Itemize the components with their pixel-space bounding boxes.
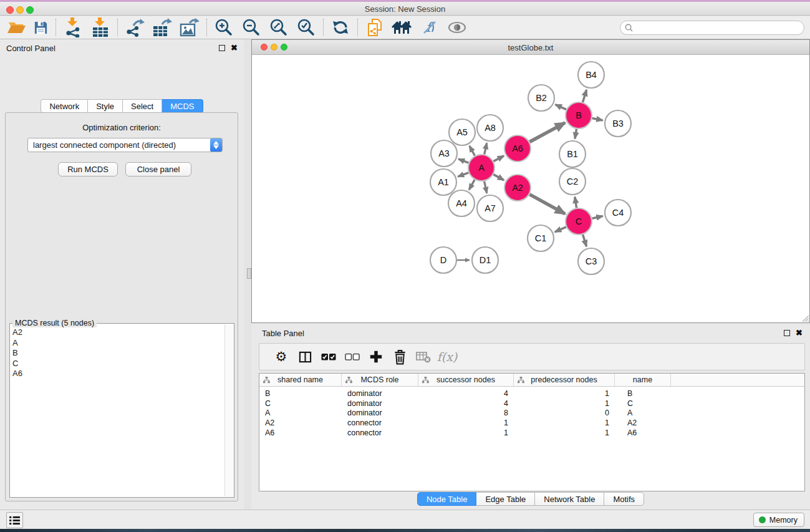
import-table-button[interactable] <box>87 17 114 38</box>
tab-edge-table[interactable]: Edge Table <box>476 492 535 506</box>
graph-node-A1[interactable]: A1 <box>430 169 456 195</box>
graph-node-C4[interactable]: C4 <box>605 200 631 226</box>
close-panel-icon[interactable]: ✖ <box>231 45 238 51</box>
graph-edge-A-A7[interactable] <box>485 181 487 193</box>
delete-column-button[interactable] <box>388 346 412 368</box>
add-column-button[interactable] <box>364 346 388 368</box>
graph-node-A[interactable]: A <box>468 155 494 181</box>
close-table-panel-icon[interactable]: ✖ <box>796 330 803 336</box>
column-header-mcds-role[interactable]: MCDS role <box>342 374 418 386</box>
mcds-result-item[interactable]: A <box>10 338 224 349</box>
export-table-button[interactable] <box>148 17 176 38</box>
graph-node-D1[interactable]: D1 <box>472 247 498 273</box>
graph-edge-A-A3[interactable] <box>458 159 468 163</box>
tab-select[interactable]: Select <box>123 99 162 113</box>
graph-edge-A-A1[interactable] <box>458 173 468 177</box>
function-builder-button[interactable]: f(x) <box>435 346 459 368</box>
column-header-shared-name[interactable]: shared name <box>259 374 342 386</box>
graph-edge-B-B1[interactable] <box>575 129 577 139</box>
zoom-selected-button[interactable] <box>292 17 320 38</box>
table-row[interactable]: Bdominator41B <box>259 389 804 399</box>
graph-node-B1[interactable]: B1 <box>559 141 586 167</box>
graph-node-C2[interactable]: C2 <box>559 168 586 195</box>
task-history-button[interactable] <box>6 512 23 528</box>
vertical-splitter-handle[interactable] <box>247 268 251 279</box>
graph-node-A4[interactable]: A4 <box>448 190 475 216</box>
float-table-panel-icon[interactable] <box>784 330 790 336</box>
table-row[interactable]: A2connector11A2 <box>259 418 804 428</box>
home-view-button[interactable] <box>388 17 416 38</box>
graph-edge-B-B4[interactable] <box>583 90 587 102</box>
select-all-button[interactable] <box>317 346 340 368</box>
graph-node-B3[interactable]: B3 <box>605 110 631 137</box>
close-panel-button[interactable]: Close panel <box>125 162 191 177</box>
run-mcds-button[interactable]: Run MCDS <box>58 162 118 177</box>
graph-edge-B-B3[interactable] <box>592 118 603 120</box>
export-image-button[interactable] <box>176 17 203 38</box>
refresh-layout-button[interactable] <box>327 17 354 38</box>
graph-node-A6[interactable]: A6 <box>504 135 531 162</box>
zoom-in-button[interactable] <box>210 17 238 38</box>
graph-edge-A-A6[interactable] <box>493 156 504 162</box>
graph-node-A5[interactable]: A5 <box>449 119 475 145</box>
column-header-predecessor-nodes[interactable]: predecessor nodes <box>514 374 615 386</box>
export-network-button[interactable] <box>121 17 148 38</box>
table-row[interactable]: A6connector11A6 <box>259 428 804 438</box>
window-resize-grip[interactable] <box>801 314 809 322</box>
save-session-button[interactable] <box>29 17 52 38</box>
deselect-all-button[interactable] <box>340 346 364 368</box>
zoom-out-button[interactable] <box>238 17 265 38</box>
graph-node-A7[interactable]: A7 <box>477 195 503 221</box>
column-header-name[interactable]: name <box>615 374 671 386</box>
graph-edge-A6-B[interactable] <box>529 123 565 142</box>
import-network-button[interactable] <box>59 17 87 38</box>
graph-node-C[interactable]: C <box>566 208 592 235</box>
graph-node-B2[interactable]: B2 <box>528 85 554 111</box>
graph-edge-C-C2[interactable] <box>575 197 577 208</box>
tab-mcds[interactable]: MCDS <box>162 99 203 113</box>
delete-table-button[interactable] <box>412 346 435 368</box>
mcds-result-item[interactable]: A2 <box>10 327 224 338</box>
column-header-successor-nodes[interactable]: successor nodes <box>418 374 514 386</box>
table-row[interactable]: Cdominator41C <box>259 399 804 409</box>
optimization-criterion-dropdown[interactable]: largest connected component (directed) <box>27 138 223 152</box>
mcds-result-item[interactable]: A6 <box>10 369 224 379</box>
duplicate-network-button[interactable] <box>361 17 388 38</box>
graph-edge-C-C3[interactable] <box>583 235 587 246</box>
tab-node-table[interactable]: Node Table <box>417 492 477 506</box>
graph-node-C1[interactable]: C1 <box>528 225 554 251</box>
toggle-graphics-details-button[interactable]: f <box>416 17 443 38</box>
column-settings-button[interactable]: ⚙ <box>269 346 293 368</box>
network-window-titlebar[interactable]: testGlobe.txt <box>252 40 809 55</box>
show-hide-details-button[interactable] <box>443 17 471 38</box>
show-columns-button[interactable] <box>293 346 317 368</box>
search-input[interactable] <box>636 22 804 34</box>
graph-edge-B-B2[interactable] <box>556 105 566 110</box>
graph-edge-A-A8[interactable] <box>485 143 487 154</box>
mcds-result-scrollbar[interactable] <box>224 324 233 496</box>
tab-style[interactable]: Style <box>88 99 123 113</box>
mcds-result-item[interactable]: C <box>10 359 224 369</box>
table-row[interactable]: Adominator80A <box>259 409 804 418</box>
graph-node-B[interactable]: B <box>566 102 592 128</box>
zoom-fit-button[interactable] <box>265 17 292 38</box>
float-panel-icon[interactable] <box>219 45 225 51</box>
graph-edge-C-C4[interactable] <box>592 216 603 218</box>
tab-network[interactable]: Network <box>41 99 88 113</box>
graph-edge-A2-C[interactable] <box>529 195 565 214</box>
memory-button[interactable]: Memory <box>753 513 804 527</box>
mcds-result-item[interactable]: B <box>10 348 224 359</box>
graph-edge-A-A5[interactable] <box>470 146 475 156</box>
graph-node-D[interactable]: D <box>430 247 456 273</box>
graph-node-A2[interactable]: A2 <box>504 175 531 201</box>
search-field[interactable] <box>620 21 804 35</box>
graph-edge-A-A4[interactable] <box>469 180 475 190</box>
graph-edge-A-A2[interactable] <box>493 175 504 180</box>
tab-network-table[interactable]: Network Table <box>535 492 604 506</box>
network-canvas[interactable]: B4B2BB3A5A8A6A3AB1A1A2C2A4A7C4CC1DD1C3 <box>252 55 809 322</box>
open-session-button[interactable] <box>5 17 29 38</box>
graph-node-B4[interactable]: B4 <box>578 62 604 88</box>
graph-node-A8[interactable]: A8 <box>477 115 503 141</box>
tab-motifs[interactable]: Motifs <box>604 492 644 506</box>
graph-node-A3[interactable]: A3 <box>431 140 457 167</box>
